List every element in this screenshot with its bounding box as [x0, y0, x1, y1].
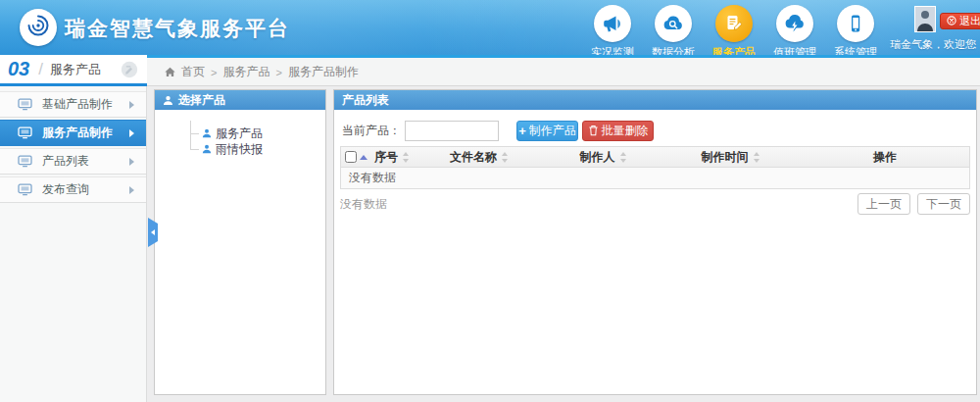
nav-item-system-management[interactable]: 系统管理 [828, 5, 883, 60]
section-slash: / [38, 60, 43, 79]
select-product-header: 选择产品 [155, 90, 325, 110]
nav-item-service-products[interactable]: 服务产品 [707, 5, 761, 60]
sidebar-item-label: 发布查询 [42, 181, 89, 198]
chevron-left-icon [151, 229, 155, 235]
section-number: 03 [8, 58, 29, 80]
monitor-icon [18, 155, 32, 168]
main-nav: 实况监测 数据分析 [585, 5, 889, 60]
phone-icon [837, 5, 874, 42]
table-empty-text: 没有数据 [349, 170, 396, 186]
breadcrumb-separator: > [275, 67, 281, 78]
doc-edit-icon [715, 5, 753, 42]
next-page-button[interactable]: 下一页 [917, 193, 970, 215]
cloud-bolt-icon [776, 5, 813, 42]
column-header-action: 操作 [801, 149, 969, 166]
sidebar-item-basic-product-making[interactable]: 基础产品制作 [0, 91, 146, 118]
user-avatar[interactable] [914, 6, 936, 32]
tree-node-label: 雨情快报 [216, 141, 263, 158]
section-block: 03 / 服务产品 [0, 55, 147, 86]
panel-collapse-handle[interactable] [148, 218, 158, 247]
breadcrumb: 首页 > 服务产品 > 服务产品制作 [165, 58, 359, 86]
product-tree: 服务产品 雨情快报 [155, 110, 325, 157]
tree-node-service-product[interactable]: 服务产品 [190, 126, 325, 141]
batch-delete-button[interactable]: 批量删除 [582, 121, 654, 141]
sidebar-item-label: 服务产品制作 [42, 125, 113, 141]
breadcrumb-separator: > [211, 67, 217, 78]
sidebar-item-publish-query[interactable]: 发布查询 [0, 176, 146, 203]
sub-header: 03 / 服务产品 首页 > 服务产品 > 服务产品制作 [0, 55, 980, 86]
home-icon [165, 67, 175, 77]
section-title: 服务产品 [50, 61, 101, 78]
column-label: 制作人 [580, 149, 615, 166]
current-product-label: 当前产品： [342, 123, 401, 139]
logo [20, 9, 57, 46]
monitor-icon [18, 183, 32, 196]
sidebar: 基础产品制作 服务产品制作 产品列表 发布查询 [0, 86, 147, 402]
footer-empty-text: 没有数据 [340, 196, 387, 213]
tree-node-label: 服务产品 [216, 126, 263, 142]
stamp-pencil-icon [120, 60, 139, 79]
nav-item-duty-management[interactable]: 值班管理 [767, 5, 822, 60]
tree-node-rain-report[interactable]: 雨情快报 [190, 141, 325, 157]
page-title: 瑞金智慧气象服务平台 [65, 15, 290, 42]
breadcrumb-level1[interactable]: 服务产品 [222, 64, 270, 80]
plus-icon: + [518, 124, 526, 138]
logout-circle-x-icon [947, 16, 956, 27]
chevron-right-icon [129, 158, 134, 166]
person-icon [163, 95, 173, 106]
breadcrumb-home[interactable]: 首页 [181, 64, 205, 80]
current-product-input[interactable] [405, 121, 499, 141]
select-all-cell [341, 151, 371, 163]
sidebar-item-label: 基础产品制作 [42, 96, 113, 113]
monitor-icon [18, 98, 32, 111]
column-label: 制作时间 [702, 149, 749, 166]
logout-label: 退出 [959, 14, 980, 28]
chevron-right-icon [129, 101, 134, 109]
product-table: 序号 文件名称 制作人 制作时间 操作 [340, 146, 970, 189]
batch-delete-label: 批量删除 [602, 123, 649, 139]
sidebar-item-product-list[interactable]: 产品列表 [0, 148, 146, 175]
column-label: 序号 [374, 149, 398, 166]
sort-icon [403, 152, 410, 163]
welcome-text: 瑞金气象，欢迎您 [890, 37, 976, 52]
column-header-time[interactable]: 制作时间 [661, 149, 801, 166]
sidebar-item-service-product-making[interactable]: 服务产品制作 [0, 120, 146, 146]
select-product-panel: 选择产品 服务产品 雨情快报 [154, 89, 326, 395]
table-header-row: 序号 文件名称 制作人 制作时间 操作 [340, 146, 970, 168]
column-header-maker[interactable]: 制作人 [546, 149, 661, 166]
table-footer: 没有数据 上一页 下一页 [340, 193, 970, 215]
sort-asc-icon [360, 155, 368, 160]
select-all-checkbox[interactable] [345, 151, 357, 163]
column-header-index[interactable]: 序号 [371, 149, 413, 166]
megaphone-icon [594, 5, 631, 42]
column-label: 操作 [873, 149, 897, 166]
product-list-header: 产品列表 [334, 90, 976, 110]
breadcrumb-level2: 服务产品制作 [288, 64, 359, 80]
prev-page-button[interactable]: 上一页 [858, 193, 910, 215]
product-list-panel: 产品列表 当前产品： + 制作产品 批量删除 [333, 89, 977, 395]
select-panel-title: 选择产品 [178, 92, 225, 109]
sort-icon [620, 152, 627, 163]
column-header-filename[interactable]: 文件名称 [413, 149, 546, 166]
table-empty-row: 没有数据 [340, 168, 970, 189]
sort-icon [754, 152, 760, 163]
person-icon [202, 144, 212, 154]
make-product-button[interactable]: + 制作产品 [516, 121, 578, 141]
monitor-icon [18, 126, 32, 139]
nav-item-realtime-monitor[interactable]: 实况监测 [585, 5, 640, 60]
trash-icon [588, 125, 599, 136]
nav-item-data-analysis[interactable]: 数据分析 [646, 5, 701, 60]
column-label: 文件名称 [450, 149, 497, 166]
top-header: 瑞金智慧气象服务平台 实况监测 [0, 0, 980, 55]
chevron-right-icon [129, 129, 134, 137]
person-icon [202, 128, 212, 138]
chevron-right-icon [129, 186, 134, 194]
sort-icon [502, 152, 509, 163]
sidebar-item-label: 产品列表 [42, 153, 89, 170]
app-window: 瑞金智慧气象服务平台 实况监测 [0, 0, 980, 402]
pagination: 上一页 下一页 [858, 193, 970, 215]
list-panel-title: 产品列表 [342, 92, 389, 109]
weather-spiral-icon [24, 11, 53, 44]
logout-button[interactable]: 退出 [940, 13, 980, 29]
make-product-label: 制作产品 [529, 123, 576, 139]
